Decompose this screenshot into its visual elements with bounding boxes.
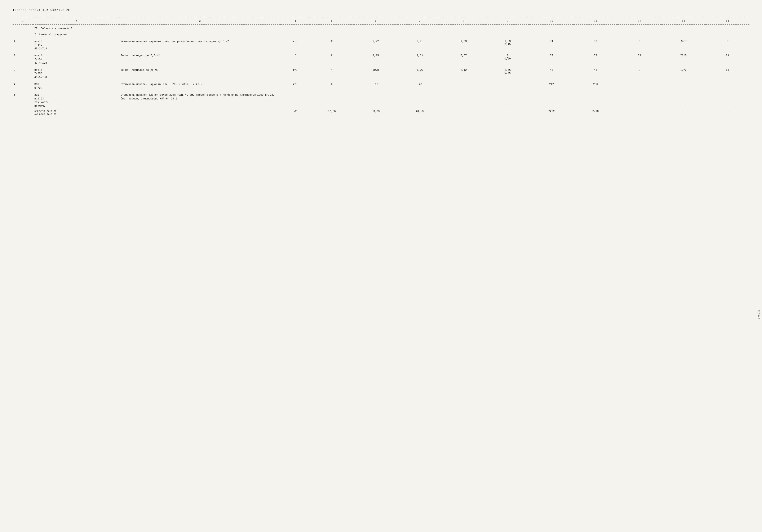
row-num: 2. <box>13 53 33 66</box>
row-col12: I3 <box>618 53 661 66</box>
row-col8: – <box>442 82 486 91</box>
table-row: 4. ЗСЦ 9-728 Стоимость панелей наружных … <box>13 82 749 91</box>
row-col6: IO6 <box>354 82 398 91</box>
row-col9: – <box>486 82 530 91</box>
row-col8: 1,33 <box>442 39 486 52</box>
row-num: 3. <box>13 68 33 80</box>
row-col7: 40,53 <box>398 109 442 117</box>
row-col5: 67,06 <box>310 109 354 117</box>
row-col14: 39 <box>706 53 749 66</box>
row-desc: То же, площадью до I,5 м2 <box>119 53 280 66</box>
row-col8: I,67 <box>442 53 486 66</box>
row-col6: 8,85 <box>354 53 398 66</box>
col-header-12: I2 <box>618 18 661 25</box>
row-col5: 2 <box>310 82 354 91</box>
section-II-row: II. Добавить к смете № I <box>13 25 749 31</box>
col-header-14: I4 <box>706 18 749 25</box>
table-row: 5. ЗСЦ п.9.63 тех.часть примеч. Стоимост… <box>13 93 749 109</box>
row-col10: 2I2 <box>529 82 573 91</box>
col-header-7: 7 <box>398 18 442 25</box>
row-col14: – <box>706 82 749 91</box>
col-header-2: 2 <box>33 18 119 25</box>
row-desc <box>119 109 280 117</box>
column-headers: I 2 3 4 5 6 7 8 9 IO II I2 I3 I4 <box>13 18 749 25</box>
col-header-10: IO <box>529 18 573 25</box>
row-col7: 9,63 <box>398 53 442 66</box>
row-col7: I28 <box>398 82 442 91</box>
section-I-walls-label: I. Стены а). наружные <box>33 31 749 37</box>
col-header-5: 5 <box>310 18 354 25</box>
row-col12: 8 <box>618 68 661 80</box>
row-desc: Стоимость панелей наружных стен НРУ-I2.2… <box>119 82 280 91</box>
row-col10: 2262 <box>529 109 573 117</box>
col-header-4: 4 <box>280 18 310 25</box>
row-ref: поз.4 7-552 43-4-I.8 <box>33 53 119 66</box>
row-col11: 256 <box>573 82 618 91</box>
row-col10: 7I <box>529 53 573 66</box>
row-num: 4. <box>13 82 33 91</box>
row-col5: 4 <box>310 68 354 80</box>
row-col11: 77 <box>573 53 618 66</box>
row-num: 5. <box>13 93 33 109</box>
row-col13: – <box>661 82 706 91</box>
row-col6: 7,22 <box>354 39 398 52</box>
row-unit: шт. <box>280 39 310 52</box>
row-col13: – <box>661 109 706 117</box>
col-header-8: 8 <box>442 18 486 25</box>
row-col8: – <box>442 109 486 117</box>
row-col11: 46 <box>573 68 618 80</box>
row-col6: 33,73 <box>354 109 398 117</box>
row-col14: – <box>706 109 749 117</box>
row-col11: 27I8 <box>573 109 618 117</box>
right-margin-note: 2233-I <box>757 310 760 319</box>
row-col12: – <box>618 82 661 91</box>
row-ref: ЗСЦ 9-728 <box>33 82 119 91</box>
row-col13: 3/I <box>661 39 706 52</box>
row-col6: IO,8 <box>354 68 398 80</box>
table-row: п=32,7+0,26+0,77 п=39,5+0,26+0,77 м2 67,… <box>13 109 749 117</box>
row-col9: 2,56 0,76 <box>486 68 530 80</box>
row-unit: шт. <box>280 82 310 91</box>
row-col8: 2,I2 <box>442 68 486 80</box>
table-row: 3. поз.5 7-555 43-5-I.8 То же, площадью … <box>13 68 749 80</box>
col-header-1: I <box>13 18 33 25</box>
table-row: I. поз.3 7-549 43-3-I.8 Установка панеле… <box>13 39 749 52</box>
page-title: Типовой проект I25-045/I.2 УШ <box>13 8 749 12</box>
row-col10: I4 <box>529 39 573 52</box>
row-num <box>13 109 33 117</box>
col-header-13: I3 <box>661 18 706 25</box>
main-table: I 2 3 4 5 6 7 8 9 IO II I2 I3 I4 II. Доб… <box>13 18 749 117</box>
row-col9: 2 0,59 <box>486 53 530 66</box>
row-col13: I6/5 <box>661 53 706 66</box>
col-header-11: II <box>573 18 618 25</box>
row-unit: " <box>280 53 310 66</box>
row-unit <box>280 93 310 109</box>
col-header-6: 6 <box>354 18 398 25</box>
section-II-label: II. Добавить к смете № I <box>33 25 749 31</box>
row-col9: – <box>486 109 530 117</box>
row-desc: То же, площадью до 25 м2 <box>119 68 280 80</box>
row-col7: II,6 <box>398 68 442 80</box>
row-desc: Установка панелей наружных стен при разр… <box>119 39 280 52</box>
row-col14: 6 <box>706 39 749 52</box>
row-unit: шт. <box>280 68 310 80</box>
col-header-9: 9 <box>486 18 530 25</box>
row-ref: п=32,7+0,26+0,77 п=39,5+0,26+0,77 <box>33 109 119 117</box>
row-ref: поз.5 7-555 43-5-I.8 <box>33 68 119 80</box>
row-col12: – <box>618 109 661 117</box>
row-num: I. <box>13 39 33 52</box>
section-I-walls-row: I. Стены а). наружные <box>13 31 749 37</box>
row-unit: м2 <box>280 109 310 117</box>
row-col14: I8 <box>706 68 749 80</box>
row-col12: 3 <box>618 39 661 52</box>
row-desc: Стоимость панелей длиной более 3,9м толщ… <box>119 93 280 109</box>
row-col9: 1,53 0,45 <box>486 39 530 52</box>
row-ref: поз.3 7-549 43-3-I.8 <box>33 39 119 52</box>
row-col5: 2 <box>310 39 354 52</box>
row-col13: IO/3 <box>661 68 706 80</box>
row-col11: I6 <box>573 39 618 52</box>
col-header-3: 3 <box>119 18 280 25</box>
row-col10: 43 <box>529 68 573 80</box>
row-col5: 8 <box>310 53 354 66</box>
table-row: 2. поз.4 7-552 43-4-I.8 То же, площадью … <box>13 53 749 66</box>
